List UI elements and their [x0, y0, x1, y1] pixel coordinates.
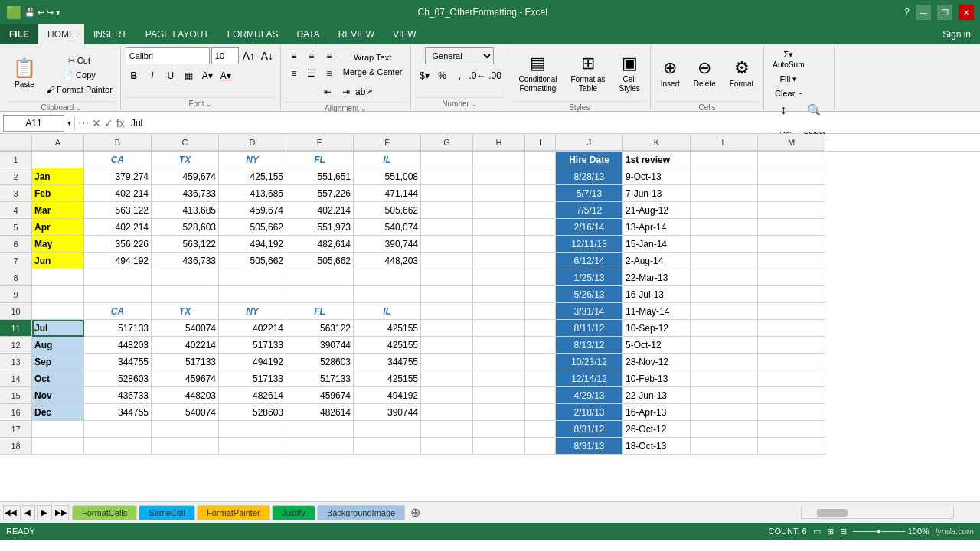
cell-c17[interactable]	[152, 421, 219, 438]
comma-button[interactable]: ,	[451, 67, 468, 84]
cell-i7[interactable]	[525, 253, 556, 269]
cell-b17[interactable]	[84, 421, 152, 438]
cell-a5[interactable]: Apr	[32, 219, 84, 236]
cell-l9[interactable]	[691, 286, 758, 303]
cell-k14[interactable]: 10-Feb-13	[623, 370, 691, 387]
view-layout-icon[interactable]: ⊞	[827, 527, 834, 536]
cell-b5[interactable]: 402,214	[84, 219, 152, 236]
col-header-l[interactable]: L	[691, 134, 758, 151]
cell-d10[interactable]: NY	[219, 303, 286, 320]
cell-j12[interactable]: 8/13/12	[556, 337, 623, 354]
cell-b16[interactable]: 344755	[84, 404, 152, 421]
cell-a4[interactable]: Mar	[32, 202, 84, 219]
cell-i1[interactable]	[525, 152, 556, 168]
cell-d7[interactable]: 505,662	[219, 253, 286, 269]
cell-k18[interactable]: 18-Oct-13	[623, 438, 691, 455]
tab-view[interactable]: VIEW	[384, 24, 426, 44]
decrease-decimal-button[interactable]: .0←	[469, 67, 485, 84]
cell-a9[interactable]	[32, 286, 84, 303]
cell-k7[interactable]: 2-Aug-14	[623, 253, 691, 269]
font-size-input[interactable]	[211, 47, 239, 64]
cell-i17[interactable]	[525, 421, 556, 438]
cell-a2[interactable]: Jan	[32, 168, 84, 185]
cell-h2[interactable]	[473, 168, 525, 185]
cell-j4[interactable]: 7/5/12	[556, 202, 623, 219]
cell-j15[interactable]: 4/29/13	[556, 387, 623, 404]
cell-g16[interactable]	[421, 404, 473, 421]
cell-g12[interactable]	[421, 337, 473, 354]
col-header-b[interactable]: B	[84, 134, 152, 151]
cell-b7[interactable]: 494,192	[84, 253, 152, 269]
cell-c14[interactable]: 459674	[152, 370, 219, 387]
cell-b9[interactable]	[84, 286, 152, 303]
cell-k4[interactable]: 21-Aug-12	[623, 202, 691, 219]
cell-m18[interactable]	[758, 438, 825, 455]
row-header-2[interactable]: 2	[0, 168, 32, 185]
cell-e15[interactable]: 459674	[286, 387, 354, 404]
decrease-font-button[interactable]: A↓	[259, 47, 276, 64]
row-header-12[interactable]: 12	[0, 337, 32, 354]
cell-i11[interactable]	[525, 320, 556, 337]
fill-color-button[interactable]: A▾	[199, 67, 216, 84]
cell-h7[interactable]	[473, 253, 525, 269]
cell-m11[interactable]	[758, 320, 825, 337]
cell-i2[interactable]	[525, 168, 556, 185]
cell-f6[interactable]: 390,744	[354, 236, 421, 253]
cell-a7[interactable]: Jun	[32, 253, 84, 269]
cell-m17[interactable]	[758, 421, 825, 438]
cell-b10[interactable]: CA	[84, 303, 152, 320]
currency-button[interactable]: $▾	[416, 67, 433, 84]
cell-h17[interactable]	[473, 421, 525, 438]
tab-prev2-button[interactable]: ◀	[20, 505, 35, 520]
row-header-10[interactable]: 10	[0, 303, 32, 320]
cell-k15[interactable]: 22-Jun-13	[623, 387, 691, 404]
cell-i18[interactable]	[525, 438, 556, 455]
cell-g18[interactable]	[421, 438, 473, 455]
font-color-button[interactable]: A▾	[217, 67, 234, 84]
cell-styles-button[interactable]: ▣ Cell Styles	[614, 47, 645, 99]
cell-k3[interactable]: 7-Jun-13	[623, 185, 691, 202]
cell-i5[interactable]	[525, 219, 556, 236]
align-left-button[interactable]: ≡	[286, 65, 302, 82]
col-header-i[interactable]: I	[525, 134, 556, 151]
cell-e2[interactable]: 551,651	[286, 168, 354, 185]
cell-a12[interactable]: Aug	[32, 337, 84, 354]
cell-k5[interactable]: 13-Apr-14	[623, 219, 691, 236]
cell-j9[interactable]: 5/26/13	[556, 286, 623, 303]
confirm-formula-icon[interactable]: ✓	[104, 117, 113, 129]
row-header-6[interactable]: 6	[0, 236, 32, 253]
cell-e13[interactable]: 528603	[286, 354, 354, 370]
cell-l6[interactable]	[691, 236, 758, 253]
cell-m9[interactable]	[758, 286, 825, 303]
tab-page-layout[interactable]: PAGE LAYOUT	[136, 24, 218, 44]
cell-a10[interactable]	[32, 303, 84, 320]
cell-g14[interactable]	[421, 370, 473, 387]
col-header-e[interactable]: E	[286, 134, 354, 151]
cell-j10[interactable]: 3/31/14	[556, 303, 623, 320]
cell-d16[interactable]: 528603	[219, 404, 286, 421]
close-button[interactable]: ✕	[959, 5, 974, 20]
cell-j16[interactable]: 2/18/13	[556, 404, 623, 421]
cell-m14[interactable]	[758, 370, 825, 387]
name-box[interactable]	[3, 115, 64, 132]
minimize-button[interactable]: —	[916, 5, 931, 20]
cell-m5[interactable]	[758, 219, 825, 236]
cell-c1[interactable]: TX	[152, 152, 219, 168]
cut-button[interactable]: ✂ Cut	[43, 54, 116, 67]
cell-m8[interactable]	[758, 269, 825, 286]
view-pagebreak-icon[interactable]: ⊟	[840, 527, 847, 536]
tab-data[interactable]: DATA	[287, 24, 328, 44]
cell-f14[interactable]: 425155	[354, 370, 421, 387]
row-header-5[interactable]: 5	[0, 219, 32, 236]
cell-g3[interactable]	[421, 185, 473, 202]
col-header-j[interactable]: J	[556, 134, 623, 151]
cell-h13[interactable]	[473, 354, 525, 370]
cell-i12[interactable]	[525, 337, 556, 354]
cell-h9[interactable]	[473, 286, 525, 303]
cell-f11[interactable]: 425155	[354, 320, 421, 337]
row-header-13[interactable]: 13	[0, 354, 32, 370]
cell-b12[interactable]: 448203	[84, 337, 152, 354]
cell-k8[interactable]: 22-Mar-13	[623, 269, 691, 286]
cell-i6[interactable]	[525, 236, 556, 253]
cell-c2[interactable]: 459,674	[152, 168, 219, 185]
